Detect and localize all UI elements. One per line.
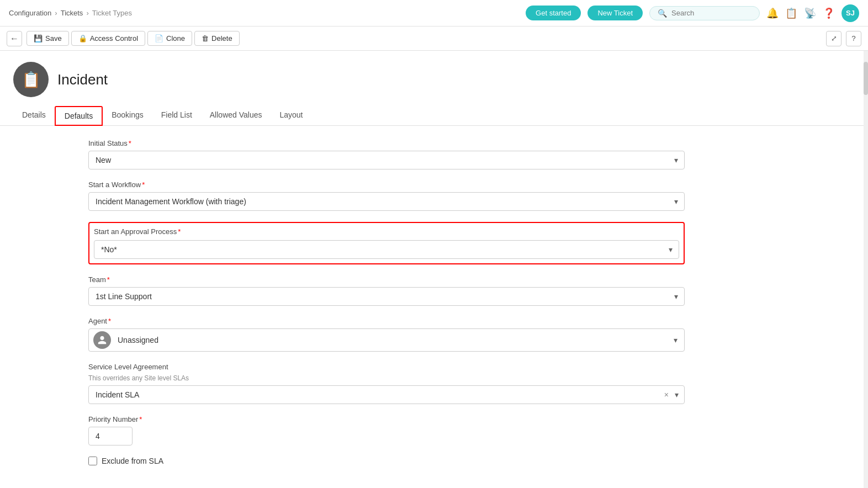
breadcrumb-tickets[interactable]: Tickets (61, 9, 83, 17)
sla-select[interactable]: Incident SLA (89, 386, 684, 404)
agent-select-wrapper: Unassigned (88, 328, 685, 352)
breadcrumb-configuration[interactable]: Configuration (9, 9, 51, 17)
clone-label: Clone (166, 34, 185, 43)
workflow-select[interactable]: Incident Management Workflow (with triag… (88, 192, 685, 211)
sla-group: Service Level Agreement This overrides a… (88, 363, 685, 404)
tab-field-list[interactable]: Field List (152, 106, 201, 126)
new-ticket-button[interactable]: New Ticket (588, 6, 643, 20)
main-content: 📋 Incident Details Defaults Bookings Fie… (0, 51, 868, 488)
top-nav: Configuration › Tickets › Ticket Types G… (0, 0, 868, 26)
fullscreen-button[interactable]: ⤢ (826, 31, 841, 46)
tab-layout[interactable]: Layout (271, 106, 311, 126)
workflow-group: Start a Workflow* Incident Management Wo… (88, 181, 685, 211)
form-area: Initial Status* New Start a Workflow* In… (0, 126, 773, 488)
clone-button[interactable]: 📄 Clone (147, 31, 192, 46)
approval-label: Start an Approval Process* (94, 227, 679, 236)
priority-input[interactable] (88, 427, 133, 445)
access-control-button[interactable]: 🔒 Access Control (71, 31, 145, 46)
initial-status-select[interactable]: New (88, 151, 685, 169)
priority-group: Priority Number* (88, 415, 685, 445)
delete-label: Delete (211, 34, 232, 43)
clipboard-icon[interactable]: 📋 (785, 7, 797, 19)
initial-status-select-wrapper: New (88, 151, 685, 169)
agent-group: Agent* Unassigned (88, 317, 685, 352)
search-icon: 🔍 (658, 9, 667, 18)
access-control-label: Access Control (90, 34, 138, 43)
tabs: Details Defaults Bookings Field List All… (0, 106, 868, 126)
team-select-wrapper: 1st Line Support (88, 287, 685, 306)
tab-allowed-values[interactable]: Allowed Values (201, 106, 271, 126)
sla-select-wrapper: Incident SLA × ▾ (88, 385, 685, 404)
initial-status-group: Initial Status* New (88, 139, 685, 169)
toolbar: ← 💾 Save 🔒 Access Control 📄 Clone 🗑 Dele… (0, 26, 868, 51)
lock-icon: 🔒 (78, 34, 87, 43)
delete-button[interactable]: 🗑 Delete (194, 31, 240, 46)
approval-group: Start an Approval Process* *No* (88, 222, 685, 264)
tab-defaults[interactable]: Defaults (55, 106, 103, 126)
get-started-button[interactable]: Get started (526, 6, 581, 20)
exclude-sla-group: Exclude from SLA (88, 457, 685, 465)
team-select[interactable]: 1st Line Support (88, 287, 685, 306)
sla-clear-button[interactable]: × (664, 390, 669, 399)
save-label: Save (45, 34, 62, 43)
tab-details[interactable]: Details (13, 106, 55, 126)
save-button[interactable]: 💾 Save (27, 31, 69, 46)
scrollbar[interactable] (864, 51, 868, 488)
save-icon: 💾 (34, 34, 43, 43)
search-input[interactable] (671, 9, 751, 17)
nav-right: Get started New Ticket 🔍 🔔 📋 📡 ❓ SJ (526, 4, 859, 22)
page-header: 📋 Incident (0, 51, 868, 97)
fullscreen-icon: ⤢ (831, 34, 837, 43)
breadcrumb: Configuration › Tickets › Ticket Types (9, 9, 132, 17)
help-icon[interactable]: ❓ (823, 7, 835, 19)
page-icon: 📋 (13, 62, 49, 97)
back-button[interactable]: ← (7, 31, 22, 46)
approval-select[interactable]: *No* (94, 240, 679, 259)
approval-select-wrapper: *No* (94, 240, 679, 259)
toolbar-help-button[interactable]: ? (846, 31, 861, 46)
page-title: Incident (57, 71, 108, 88)
priority-label: Priority Number* (88, 415, 685, 423)
team-group: Team* 1st Line Support (88, 275, 685, 306)
initial-status-label: Initial Status* (88, 139, 685, 147)
team-label: Team* (88, 275, 685, 284)
ticket-type-icon: 📋 (22, 71, 41, 89)
sla-label: Service Level Agreement (88, 363, 685, 371)
workflow-label: Start a Workflow* (88, 181, 685, 189)
exclude-sla-label: Exclude from SLA (102, 457, 163, 465)
notifications-icon[interactable]: 🔔 (766, 7, 779, 19)
scroll-thumb (864, 62, 868, 95)
exclude-sla-checkbox[interactable] (88, 457, 97, 465)
sla-sub-label: This overrides any Site level SLAs (88, 374, 685, 382)
clone-icon: 📄 (155, 34, 163, 43)
agent-label: Agent* (88, 317, 685, 325)
help-circle-icon: ? (851, 34, 855, 43)
trash-icon: 🗑 (202, 34, 209, 43)
search-box: 🔍 (649, 6, 760, 20)
workflow-select-wrapper: Incident Management Workflow (with triag… (88, 192, 685, 211)
toolbar-right: ⤢ ? (826, 31, 861, 46)
avatar[interactable]: SJ (841, 4, 859, 22)
agent-select[interactable]: Unassigned (115, 331, 684, 349)
tab-bookings[interactable]: Bookings (103, 106, 152, 126)
rss-icon[interactable]: 📡 (804, 7, 816, 19)
breadcrumb-ticket-types: Ticket Types (92, 9, 132, 17)
agent-avatar-icon (93, 331, 111, 349)
